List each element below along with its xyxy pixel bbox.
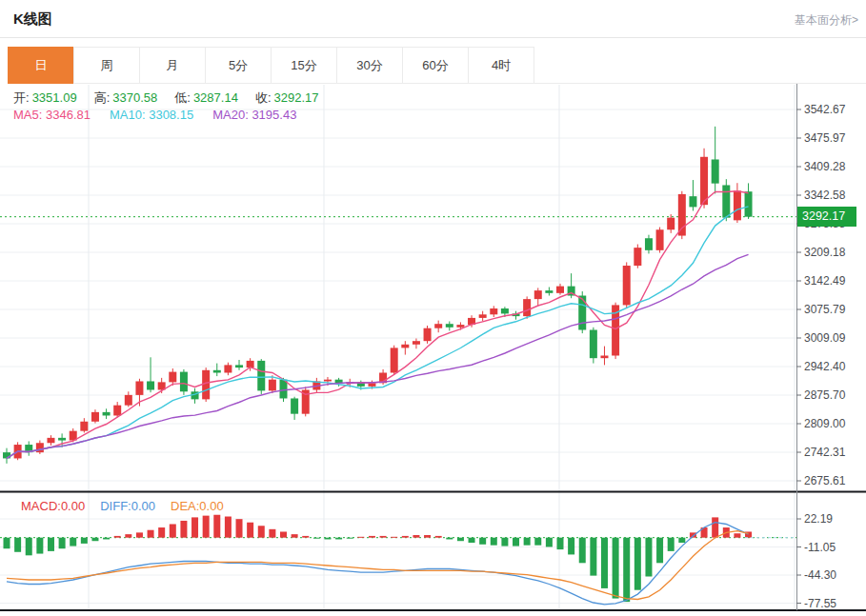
macd-bar — [734, 533, 740, 537]
candle — [600, 355, 608, 358]
axis-tick-label: -11.05 — [804, 541, 836, 554]
macd-bar — [546, 538, 553, 547]
macd-bar — [645, 538, 652, 577]
macd-bar — [26, 538, 32, 556]
candle — [656, 229, 664, 250]
candle — [545, 290, 553, 293]
macd-bar — [48, 538, 54, 551]
dea-label: DEA: — [171, 499, 199, 513]
macd-bar — [668, 538, 675, 551]
ma10-value: 3308.15 — [149, 108, 193, 122]
macd-bar — [579, 538, 586, 564]
candle — [91, 412, 99, 422]
candle — [58, 438, 66, 441]
macd-bar — [513, 538, 519, 546]
axis-tick-label: 3475.97 — [804, 131, 846, 145]
candle — [446, 324, 453, 328]
candle — [125, 395, 132, 406]
grid-lines — [0, 85, 796, 609]
macd-bar — [136, 532, 143, 537]
candle — [434, 324, 442, 328]
candle — [523, 299, 531, 316]
macd-bar — [524, 538, 531, 546]
macd-bar — [158, 527, 165, 538]
macd-label: MACD: — [21, 499, 61, 513]
macd-bar — [413, 535, 419, 538]
candle — [368, 383, 375, 387]
ma5-value: 3346.81 — [46, 108, 91, 122]
macd-bar — [557, 538, 564, 549]
candle — [734, 190, 741, 220]
macd-bar — [4, 538, 10, 549]
candle — [678, 194, 686, 236]
candle — [391, 348, 398, 372]
candle — [623, 266, 631, 305]
close-value: 3292.17 — [274, 90, 319, 105]
ma-readout: MA5: 3346.81 MA10: 3308.15 MA20: 3195.43 — [13, 108, 296, 122]
macd-bar — [225, 517, 232, 538]
candle — [424, 328, 432, 341]
ma10-label: MA10: — [110, 108, 146, 122]
ma20-label: MA20: — [212, 108, 249, 122]
candle — [202, 370, 210, 400]
macd-bar — [402, 536, 409, 538]
macd-bar — [568, 538, 574, 555]
macd-bar — [391, 537, 397, 538]
candle — [490, 308, 497, 314]
macd-bar — [70, 538, 76, 546]
axis-tick-label: 3342.58 — [804, 189, 846, 202]
ma5-label: MA5: — [13, 108, 42, 122]
candle — [169, 372, 176, 383]
candle — [36, 443, 44, 452]
ma10-line — [7, 207, 749, 459]
macd-bar — [180, 521, 187, 538]
macd-bar — [347, 538, 353, 539]
macd-bar — [191, 517, 198, 537]
macd-bar — [424, 535, 431, 538]
candle — [413, 341, 420, 345]
macd-bar — [601, 538, 608, 588]
ma-lines-group — [7, 191, 749, 459]
macd-bar — [36, 538, 43, 554]
candle — [645, 238, 653, 250]
axis-tick-label: 2942.40 — [804, 360, 846, 373]
macd-bar — [380, 536, 387, 538]
candle — [722, 185, 730, 217]
macd-bar — [324, 538, 331, 540]
candle — [700, 157, 708, 205]
macd-bar — [14, 538, 21, 552]
kline-page: K线图 基本面分析> 日 周 月 5分 15分 30分 60分 4时 3542.… — [0, 0, 866, 616]
macd-value: 0.00 — [61, 499, 85, 513]
low-value: 3287.14 — [193, 90, 238, 105]
macd-bar — [91, 538, 98, 542]
candle — [578, 296, 586, 330]
candle — [667, 218, 675, 230]
axis-tick-label: 3009.09 — [804, 331, 846, 345]
macd-bar — [501, 538, 508, 546]
candle — [135, 381, 143, 394]
candle — [147, 381, 154, 389]
macd-bar — [203, 516, 210, 538]
axis-tick-label: 2875.70 — [804, 388, 846, 402]
axis-tick-label: -44.30 — [804, 568, 836, 582]
macd-bar — [678, 538, 685, 543]
macd-bar — [59, 538, 66, 549]
macd-bar — [446, 538, 453, 540]
axis-tick-label: 3542.67 — [804, 103, 846, 116]
candles-group — [3, 127, 753, 464]
candle — [224, 365, 232, 372]
ohlc-readout: 开:3351.09 高:3370.58 低:3287.14 收:3292.17 — [13, 89, 319, 107]
axis-tick-label: 3209.18 — [804, 246, 846, 259]
macd-bar — [313, 538, 320, 539]
open-label: 开: — [13, 90, 30, 105]
candle — [456, 325, 464, 328]
macd-bar — [213, 515, 220, 538]
macd-bar — [292, 534, 298, 538]
macd-bar — [125, 534, 131, 538]
macd-bars-group — [0, 515, 796, 602]
macd-bar — [534, 538, 541, 546]
high-value: 3370.58 — [112, 90, 157, 105]
macd-bar — [114, 536, 121, 538]
candle — [269, 380, 276, 391]
candle — [556, 287, 564, 293]
